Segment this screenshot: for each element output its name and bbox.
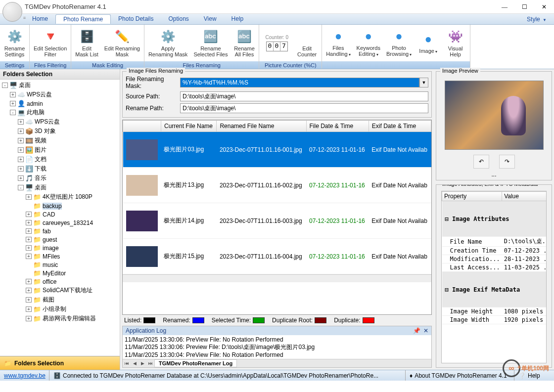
log-close-icon[interactable]: ✕ <box>423 327 428 334</box>
tree-toggle-icon[interactable]: + <box>26 245 32 251</box>
apply-renaming-mask[interactable]: ⚙️ApplyRenaming Mask <box>145 26 190 60</box>
tree-node[interactable]: +🖼️图片 <box>1 145 119 155</box>
tree-toggle-icon[interactable]: + <box>26 212 32 217</box>
log-tab[interactable]: TGMDev PhotoRenamer Log <box>154 359 237 367</box>
tree-toggle-icon[interactable]: + <box>10 101 16 106</box>
mask-dropdown[interactable]: ▼ <box>419 78 428 87</box>
tree-toggle-icon[interactable]: + <box>18 157 24 162</box>
tree-node[interactable]: 📁music <box>1 261 119 269</box>
tree-node[interactable]: +📁image <box>1 244 119 252</box>
tree-node[interactable]: +📦3D 对象 <box>1 127 119 136</box>
menu-photo-rename[interactable]: Photo Rename <box>55 14 111 24</box>
tree-toggle-icon[interactable]: + <box>26 228 32 234</box>
rename-settings[interactable]: ⚙️RenameSettings <box>1 26 28 60</box>
tree-node[interactable]: +☁️WPS云盘 <box>1 90 119 99</box>
tree-node[interactable]: +⬇️下载 <box>1 164 119 174</box>
tree-toggle-icon[interactable]: + <box>26 288 32 293</box>
tree-node[interactable]: +📁guest <box>1 235 119 244</box>
minimize-button[interactable]: — <box>495 0 514 14</box>
column-header[interactable]: Renamed File Name <box>217 121 306 132</box>
column-header[interactable] <box>123 121 161 132</box>
status-url[interactable]: www.tgmdev.be <box>4 372 46 379</box>
app-orb-button[interactable] <box>2 2 22 22</box>
tree-toggle-icon[interactable]: + <box>18 147 24 153</box>
tree-toggle-icon[interactable]: + <box>26 237 32 242</box>
tree-node[interactable]: -🖥️桌面 <box>1 183 119 192</box>
table-row[interactable]: 极光图片15.jpg2023-Dec-07T11.01.16-004.jpg07… <box>123 239 431 274</box>
edit-mask-list[interactable]: 🗄️EditMask List <box>72 26 101 60</box>
menu-options[interactable]: Options <box>161 14 196 24</box>
menu-photo-details[interactable]: Photo Details <box>111 14 161 24</box>
menu-help[interactable]: Help <box>224 14 251 24</box>
attr-section[interactable]: ⊟ Image Attributes <box>442 201 547 237</box>
tree-toggle-icon[interactable]: + <box>18 129 24 134</box>
style-menu[interactable]: Style ▼ <box>519 15 554 24</box>
files-handling[interactable]: ●FilesHandling▾ <box>323 26 353 60</box>
tree-node[interactable]: -🖥️桌面 <box>1 81 119 90</box>
tree-toggle-icon[interactable]: - <box>10 110 16 115</box>
tree-toggle-icon[interactable]: + <box>26 279 32 284</box>
tree-node[interactable]: +📁小组录制 <box>1 305 119 314</box>
table-row[interactable]: 极光图片14.jpg2023-Dec-07T11.01.16-003.jpg07… <box>123 203 431 239</box>
tree-node[interactable]: +📁易游网讯专用编辑器 <box>1 314 119 323</box>
tree-toggle-icon[interactable]: + <box>26 220 32 225</box>
tree-node[interactable]: +👤admin <box>1 99 119 108</box>
close-button[interactable]: ✕ <box>534 0 554 14</box>
image-menu[interactable]: ●Image▾ <box>415 26 442 60</box>
mask-input[interactable] <box>180 78 419 87</box>
edit-renaming-mask[interactable]: ✏️Edit RenamingMask <box>101 26 143 60</box>
rename-all-files[interactable]: 🔤RenameAll Files <box>231 26 258 60</box>
tree-toggle-icon[interactable]: + <box>26 297 32 303</box>
maximize-button[interactable]: ☐ <box>514 0 534 14</box>
column-header[interactable]: File Date & Time <box>306 121 369 132</box>
keywords-editing[interactable]: ●KeywordsEditing▾ <box>354 26 383 60</box>
tree-toggle-icon[interactable]: + <box>26 316 32 321</box>
tree-node[interactable]: +📁SolidCAM下载地址 <box>1 286 119 295</box>
tree-toggle-icon[interactable]: - <box>18 185 24 190</box>
table-row[interactable]: 极光图片13.jpg2023-Dec-07T11.01.16-002.jpg07… <box>123 168 431 203</box>
tree-toggle-icon[interactable]: + <box>26 194 32 200</box>
log-nav-prev[interactable]: ◀ <box>131 361 138 366</box>
visual-help[interactable]: 👾VisualHelp <box>442 26 469 60</box>
tree-toggle-icon[interactable]: - <box>2 83 8 88</box>
attributes-table[interactable]: PropertyValue⊟ Image AttributesFile Name… <box>441 191 547 363</box>
tree-node[interactable]: +📁截图 <box>1 295 119 305</box>
tree-toggle-icon[interactable]: + <box>10 92 16 97</box>
source-input[interactable] <box>180 91 428 101</box>
tree-node[interactable]: +📁MFiles <box>1 252 119 261</box>
log-body[interactable]: 11/Mar/2025 13:30:06: PreView File: No R… <box>123 335 431 359</box>
log-nav-last[interactable]: ⏭ <box>146 361 154 366</box>
file-table[interactable]: Current File NameRenamed File NameFile D… <box>122 120 432 315</box>
tree-node[interactable]: +📁CAD <box>1 210 119 218</box>
tree-node[interactable]: +📁office <box>1 277 119 286</box>
rename-input[interactable] <box>180 103 428 113</box>
edit-counter[interactable]: EditCounter <box>293 26 321 60</box>
menu-home[interactable]: Home <box>25 14 55 24</box>
tree-node[interactable]: +☁️WPS云盘 <box>1 117 119 127</box>
tree-toggle-icon[interactable]: + <box>26 254 32 259</box>
tree-node[interactable]: +📁fab <box>1 227 119 235</box>
log-nav-next[interactable]: ▶ <box>138 361 146 366</box>
tree-toggle-icon[interactable]: + <box>18 175 24 181</box>
rotate-right-button[interactable]: ↷ <box>499 155 515 169</box>
tree-toggle-icon[interactable]: + <box>26 306 32 312</box>
attr-section[interactable]: ⊟ Image Exif MetaData <box>442 272 547 307</box>
log-pin-icon[interactable]: 📌 <box>413 327 420 334</box>
tree-toggle-icon[interactable]: + <box>18 166 24 172</box>
menu-view[interactable]: View <box>196 14 224 24</box>
status-about[interactable]: About TGMDev PhotoRenamer 4.1 <box>415 372 507 379</box>
column-header[interactable]: Current File Name <box>161 121 216 132</box>
tree-toggle-icon[interactable]: + <box>18 119 24 125</box>
folders-handle[interactable]: 📁Folders Selection <box>0 356 120 370</box>
log-nav-first[interactable]: ⏮ <box>123 361 131 366</box>
table-row[interactable]: 极光图片03.jpg2023-Dec-07T11.01.16-001.jpg07… <box>123 132 431 168</box>
rename-selected-files[interactable]: 🔤RenameSelected Files <box>190 26 231 60</box>
tree-node[interactable]: 📁backup <box>1 202 119 210</box>
photo-browsing[interactable]: ●PhotoBrowsing▾ <box>383 26 415 60</box>
tree-node[interactable]: +📄文档 <box>1 155 119 164</box>
tree-node[interactable]: -💻此电脑 <box>1 108 119 117</box>
folder-tree[interactable]: -🖥️桌面+☁️WPS云盘+👤admin-💻此电脑+☁️WPS云盘+📦3D 对象… <box>0 80 120 356</box>
tree-toggle-icon[interactable]: + <box>18 138 24 143</box>
tree-node[interactable]: 📁MyEditor <box>1 269 119 277</box>
tree-node[interactable]: +🎞️视频 <box>1 136 119 145</box>
